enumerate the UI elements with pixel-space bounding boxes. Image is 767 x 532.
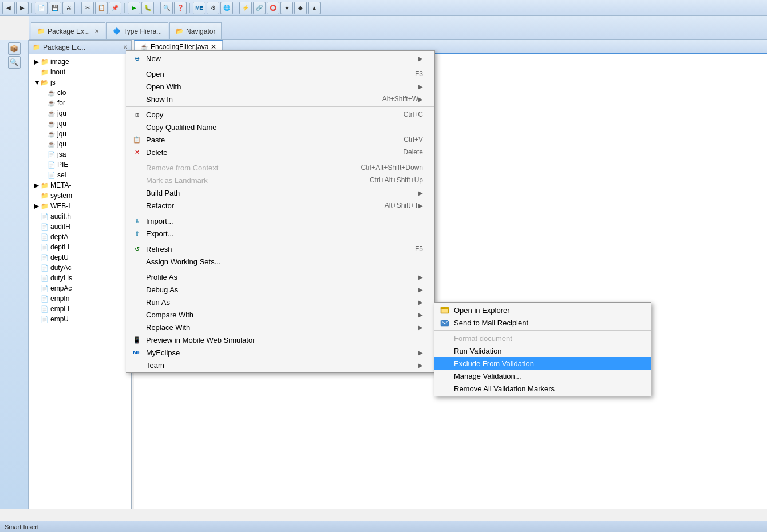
menu-item-compare-with[interactable]: Compare With ▶ <box>126 308 434 321</box>
toolbar-btn-extra6[interactable]: ▲ <box>308 2 321 14</box>
folder-icon-meta: 📁 <box>41 182 49 189</box>
toolbar-btn-copy[interactable]: 📋 <box>95 2 108 14</box>
menu-item-profile-as[interactable]: Profile As ▶ <box>126 271 434 283</box>
toolbar-btn-back[interactable]: ◀ <box>2 2 15 14</box>
menu-item-import[interactable]: ⇩ Import... <box>126 215 434 227</box>
tree-item-jqu2-label: jqu <box>57 120 66 128</box>
toolbar-btn-server[interactable]: 🌐 <box>220 2 233 14</box>
tab-type-hierarchy[interactable]: 🔷 Type Hiera... <box>106 22 168 39</box>
toolbar-btn-cut[interactable]: ✂ <box>81 2 94 14</box>
tree-item-audith[interactable]: 📄 audit.h <box>29 211 131 221</box>
menu-item-send-mail[interactable]: Send to Mail Recipient <box>434 316 651 329</box>
sidebar-icon-packages[interactable]: 📦 <box>8 42 21 55</box>
menu-item-open-with[interactable]: Open With ▶ <box>126 80 434 93</box>
toolbar-btn-save[interactable]: 💾 <box>49 2 61 14</box>
toolbar-btn-debug[interactable]: 🐛 <box>141 2 154 14</box>
tree-item-jqu2[interactable]: ☕ jqu <box>29 118 131 129</box>
tree-item-deptu[interactable]: 📄 deptU <box>29 252 131 263</box>
menu-item-mark-landmark: Mark as Landmark Ctrl+Alt+Shift+Up <box>126 174 434 186</box>
tree-item-webi[interactable]: ▶ 📁 WEB-I <box>29 201 131 211</box>
menu-item-refactor[interactable]: Refactor Alt+Shift+T ▶ <box>126 199 434 212</box>
menu-item-run-as[interactable]: Run As ▶ <box>126 296 434 308</box>
export-icon: ⇧ <box>131 229 143 238</box>
toolbar-btn-extra2[interactable]: 🔗 <box>253 2 266 14</box>
separator-5 <box>126 241 434 241</box>
menu-item-show-in[interactable]: Show In Alt+Shift+W ▶ <box>126 93 434 105</box>
toolbar-btn-deploy[interactable]: ⚙ <box>207 2 219 14</box>
tree-item-audith2[interactable]: 📄 auditH <box>29 221 131 232</box>
file-icon-jqu1: ☕ <box>48 110 56 117</box>
toolbar-btn-paste[interactable]: 📌 <box>109 2 121 14</box>
toolbar-btn-myeclipse[interactable]: ME <box>193 2 205 14</box>
menu-item-open-in-explorer[interactable]: Open in Explorer <box>434 304 651 316</box>
tree-item-jqu3[interactable]: ☕ jqu <box>29 129 131 139</box>
tree-item-audith-label: audit.h <box>50 212 71 220</box>
menu-item-export[interactable]: ⇧ Export... <box>126 227 434 240</box>
tree-item-image[interactable]: ▶ 📁 image <box>29 57 131 67</box>
show-in-icon <box>131 94 143 104</box>
tree-item-js[interactable]: ▼ 📂 js <box>29 77 131 88</box>
menu-item-delete[interactable]: ✕ Delete Delete <box>126 146 434 158</box>
file-icon-depta: 📄 <box>41 233 49 241</box>
menu-item-remove-validation-markers[interactable]: Remove All Validation Markers <box>434 382 651 395</box>
menu-item-new[interactable]: ⊕ New ▶ <box>126 52 434 65</box>
tree-item-jsa[interactable]: 📄 jsa <box>29 149 131 160</box>
menu-item-team[interactable]: Team ▶ <box>126 359 434 371</box>
toolbar-btn-new[interactable]: 📄 <box>35 2 48 14</box>
tree-item-empu-label: empU <box>50 315 69 323</box>
tree-item-dutylis[interactable]: 📄 dutyLis <box>29 273 131 283</box>
menu-item-manage-validation[interactable]: Manage Validation... <box>434 370 651 382</box>
menu-item-refresh[interactable]: ↺ Refresh F5 <box>126 243 434 255</box>
tree-item-pie[interactable]: 📄 PIE <box>29 160 131 170</box>
toolbar: ◀ ▶ 📄 💾 🖨 ✂ 📋 📌 ▶ 🐛 🔍 ❓ ME ⚙ 🌐 ⚡ 🔗 ⭕ ★ ◆… <box>0 0 767 16</box>
menu-item-exclude-validation[interactable]: Exclude From Validation <box>434 357 651 370</box>
menu-item-copy[interactable]: ⧉ Copy Ctrl+C <box>126 108 434 121</box>
menu-item-copy-qualified-name[interactable]: Copy Qualified Name <box>126 121 434 133</box>
tree-item-empin[interactable]: 📄 empIn <box>29 293 131 304</box>
tree-item-meta[interactable]: ▶ 📁 META- <box>29 180 131 190</box>
tree-item-system[interactable]: 📁 system <box>29 190 131 201</box>
toolbar-btn-extra5[interactable]: ◆ <box>294 2 307 14</box>
menu-item-paste[interactable]: 📋 Paste Ctrl+V <box>126 133 434 146</box>
toolbar-btn-extra4[interactable]: ★ <box>280 2 293 14</box>
tree-item-for[interactable]: ☕ for <box>29 98 131 108</box>
separator-3 <box>126 160 434 160</box>
toolbar-btn-extra3[interactable]: ⭕ <box>267 2 279 14</box>
package-explorer-close[interactable]: ✕ <box>123 44 128 50</box>
toolbar-btn-help[interactable]: ❓ <box>174 2 187 14</box>
sidebar-icon-search[interactable]: 🔍 <box>8 56 21 69</box>
tree-item-jqu4[interactable]: ☕ jqu <box>29 139 131 149</box>
menu-item-open[interactable]: Open F3 <box>126 68 434 80</box>
tree-item-sel[interactable]: 📄 sel <box>29 170 131 180</box>
toolbar-btn-extra1[interactable]: ⚡ <box>239 2 252 14</box>
build-path-icon <box>131 188 143 197</box>
tab-encoding-filter-close[interactable]: ✕ <box>211 43 216 51</box>
tree-item-jqu1[interactable]: ☕ jqu <box>29 108 131 118</box>
tab-package-explorer-close[interactable]: ✕ <box>94 28 99 34</box>
tree-item-dutyac[interactable]: 📄 dutyAc <box>29 263 131 273</box>
tree-item-depta[interactable]: 📄 deptA <box>29 232 131 242</box>
tree-item-empac[interactable]: 📄 empAc <box>29 283 131 293</box>
toolbar-separator-4 <box>157 3 157 13</box>
toolbar-btn-search[interactable]: 🔍 <box>160 2 173 14</box>
toolbar-btn-run[interactable]: ▶ <box>128 2 140 14</box>
tree-item-empu[interactable]: 📄 empU <box>29 314 131 324</box>
toolbar-btn-fwd[interactable]: ▶ <box>16 2 29 14</box>
menu-item-preview-mobile[interactable]: 📱 Preview in Mobile Web Simulator <box>126 334 434 346</box>
menu-item-replace-with[interactable]: Replace With ▶ <box>126 321 434 334</box>
menu-item-run-validation[interactable]: Run Validation <box>434 344 651 357</box>
menu-item-build-path[interactable]: Build Path ▶ <box>126 186 434 199</box>
tab-navigator[interactable]: 📂 Navigator <box>169 22 222 39</box>
file-icon-deptli: 📄 <box>41 244 49 251</box>
tab-package-explorer[interactable]: 📁 Package Ex... ✕ <box>31 22 105 39</box>
toolbar-btn-print[interactable]: 🖨 <box>62 2 75 14</box>
myeclipse-icon: ME <box>131 348 143 357</box>
menu-item-debug-as[interactable]: Debug As ▶ <box>126 283 434 296</box>
tree-item-clo[interactable]: ☕ clo <box>29 88 131 98</box>
tree-item-deptli[interactable]: 📄 deptLi <box>29 242 131 252</box>
menu-item-assign-working-sets[interactable]: Assign Working Sets... <box>126 255 434 268</box>
tree-item-empli[interactable]: 📄 empLi <box>29 304 131 314</box>
tree-item-inout[interactable]: 📁 inout <box>29 67 131 77</box>
menu-item-myeclipse[interactable]: ME MyEclipse ▶ <box>126 346 434 359</box>
folder-icon-system: 📁 <box>41 192 49 200</box>
